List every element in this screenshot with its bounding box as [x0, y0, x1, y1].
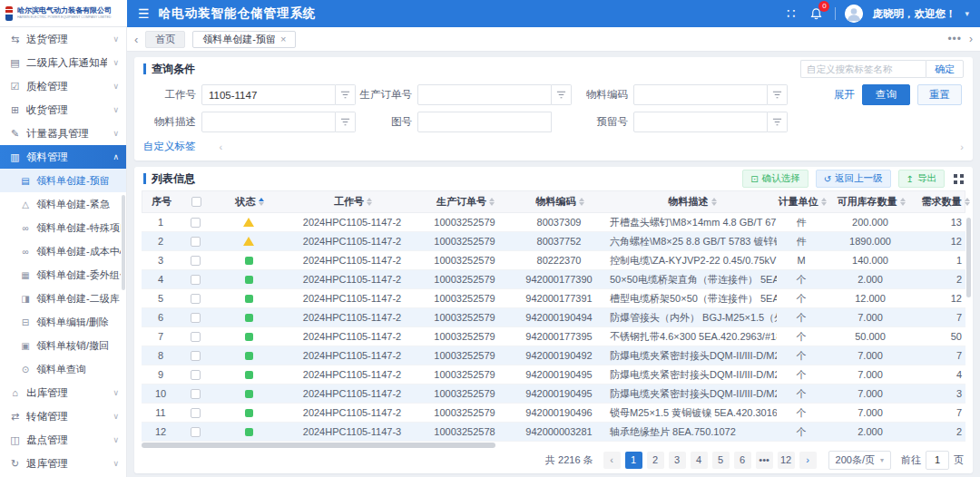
table-row[interactable]: 12 2024HPC1105-1147-3 10003252578 942000…: [142, 423, 965, 442]
page-number[interactable]: 12: [778, 452, 795, 469]
row-checkbox[interactable]: [191, 332, 201, 342]
sidebar-subitem[interactable]: ⊙ 领料单查询: [0, 357, 126, 381]
query-field-input[interactable]: [417, 112, 552, 132]
expand-link[interactable]: 展开: [834, 88, 855, 102]
row-checkbox[interactable]: [191, 256, 201, 266]
field-filter-icon[interactable]: [336, 84, 356, 105]
sort-icon[interactable]: [579, 198, 584, 206]
page-number[interactable]: 6: [734, 452, 751, 469]
sidebar-subitem[interactable]: ▦ 领料单创建-委外组件: [0, 263, 126, 287]
row-checkbox[interactable]: [191, 294, 201, 304]
page-number[interactable]: 5: [712, 452, 730, 469]
table-row[interactable]: 9 2024HPC1105-1147-2 10003252579 9420001…: [142, 365, 965, 385]
page-size-select[interactable]: 200条/页 ▾: [828, 451, 891, 470]
row-checkbox[interactable]: [191, 389, 201, 399]
horizontal-scrollbar[interactable]: [142, 443, 495, 448]
page-number[interactable]: •••: [756, 452, 773, 469]
table-row[interactable]: 6 2024HPC1105-1147-2 10003252579 9420001…: [142, 308, 965, 327]
row-checkbox[interactable]: [191, 408, 201, 418]
fullscreen-icon[interactable]: ∷: [787, 5, 798, 22]
page-number[interactable]: 4: [691, 452, 708, 469]
field-filter-icon[interactable]: [552, 84, 572, 105]
sidebar-subitem[interactable]: ∞ 领料单创建-特殊项目: [0, 216, 126, 239]
page-number[interactable]: 2: [647, 452, 664, 469]
custom-tag-name-input[interactable]: [800, 60, 926, 78]
col-available-stock[interactable]: 可用库存数量: [827, 195, 916, 209]
col-status[interactable]: 状态: [211, 195, 288, 209]
vertical-scrollbar[interactable]: [966, 218, 971, 297]
sort-icon[interactable]: [965, 198, 970, 206]
query-field-input[interactable]: [417, 84, 552, 105]
sidebar-item[interactable]: ✎ 计量器具管理 ∨: [0, 122, 126, 145]
sidebar-subitem[interactable]: △ 领料单创建-紧急: [0, 192, 126, 216]
query-field-input[interactable]: [201, 112, 336, 132]
tab-scroll-right-icon[interactable]: ›: [969, 33, 973, 45]
sort-icon[interactable]: [821, 198, 827, 206]
tab-more-icon[interactable]: •••: [947, 33, 962, 45]
custom-tags-link[interactable]: 自定义标签: [143, 140, 196, 153]
table-row[interactable]: 8 2024HPC1105-1147-2 10003252579 9420001…: [142, 346, 965, 365]
field-filter-icon[interactable]: [768, 112, 788, 132]
col-production-order[interactable]: 生产订单号: [418, 195, 513, 209]
tag-confirm-button[interactable]: 确定: [926, 60, 964, 78]
table-row[interactable]: 3 2024HPC1105-1147-2 10003252579 8022237…: [142, 251, 965, 270]
sidebar-subitem[interactable]: ◨ 领料单创建-二级库: [0, 287, 126, 310]
export-button[interactable]: ↥ 导出: [898, 170, 945, 188]
sidebar-item[interactable]: ⇄ 转储管理 ∨: [0, 404, 126, 428]
sidebar-item-material-management[interactable]: ▥ 领料管理 ∧: [0, 145, 126, 169]
sort-icon[interactable]: [367, 198, 372, 206]
field-filter-icon[interactable]: [768, 84, 788, 105]
tab-scroll-left-icon[interactable]: ‹: [134, 33, 138, 46]
table-row[interactable]: 2 2024HPC1105-1147-2 10003252579 8003775…: [142, 232, 965, 251]
query-field-input[interactable]: [633, 84, 768, 105]
sort-icon[interactable]: [489, 198, 495, 206]
row-checkbox[interactable]: [191, 370, 201, 380]
sort-icon[interactable]: [259, 198, 264, 206]
sidebar-item[interactable]: ▤ 二级库入库通知单 ∨: [0, 51, 126, 74]
col-demand-qty[interactable]: 需求数量: [916, 195, 973, 209]
page-tab[interactable]: 首页: [145, 31, 185, 48]
row-checkbox[interactable]: [191, 351, 201, 361]
sidebar-subitem[interactable]: ▣ 领料单核销/撤回: [0, 334, 126, 357]
tags-scroll-left-icon[interactable]: ‹: [220, 141, 223, 152]
notification-bell-icon[interactable]: 0: [806, 4, 826, 24]
field-filter-icon[interactable]: [336, 112, 356, 132]
row-checkbox[interactable]: [191, 218, 201, 228]
tab-close-icon[interactable]: ×: [280, 34, 286, 44]
sidebar-subitem[interactable]: ∞ 领料单创建-成本中心: [0, 239, 126, 263]
goto-page-input[interactable]: [926, 451, 949, 470]
page-number[interactable]: 3: [669, 452, 686, 469]
sidebar-subitem[interactable]: ▤ 领料单创建-预留: [0, 169, 126, 192]
col-material-desc[interactable]: 物料描述: [607, 195, 778, 209]
table-row[interactable]: 11 2024HPC1105-1147-2 10003252579 942000…: [142, 404, 965, 423]
table-row[interactable]: 4 2024HPC1105-1147-2 10003252579 9420001…: [142, 270, 965, 289]
table-row[interactable]: 10 2024HPC1105-1147-2 10003252579 942000…: [142, 385, 965, 404]
sidebar-item[interactable]: ☑ 质检管理 ∨: [0, 74, 126, 98]
back-up-level-button[interactable]: ↺ 返回上一级: [816, 170, 891, 188]
sidebar-item[interactable]: ⌂ 出库管理 ∨: [0, 381, 126, 404]
sort-icon[interactable]: [711, 198, 717, 206]
search-button[interactable]: 查询: [862, 84, 910, 105]
tags-scroll-right-icon[interactable]: ›: [960, 141, 964, 152]
query-field-input[interactable]: [201, 84, 336, 105]
menu-collapse-icon[interactable]: ☰: [138, 6, 150, 21]
table-row[interactable]: 1 2024HPC1105-1147-2 10003252579 8003730…: [142, 213, 965, 232]
confirm-select-button[interactable]: ⊡ 确认选择: [742, 170, 808, 188]
sidebar-item[interactable]: ↻ 退库管理 ∨: [0, 452, 126, 475]
table-row[interactable]: 5 2024HPC1105-1147-2 10003252579 9420001…: [142, 289, 965, 308]
page-number[interactable]: 1: [625, 452, 642, 469]
sidebar-scrollbar[interactable]: [122, 195, 125, 290]
col-material-code[interactable]: 物料编码: [513, 195, 607, 209]
row-checkbox[interactable]: [191, 427, 201, 437]
sidebar-item[interactable]: ⊞ 收货管理 ∨: [0, 98, 126, 122]
col-work-no[interactable]: 工作号: [288, 195, 418, 209]
reset-button[interactable]: 重置: [917, 84, 962, 105]
sidebar-item[interactable]: ◫ 盘点管理 ∨: [0, 428, 126, 452]
row-checkbox[interactable]: [191, 275, 201, 285]
table-row[interactable]: 7 2024HPC1105-1147-2 10003252579 9420001…: [142, 327, 965, 346]
prev-page-icon[interactable]: ‹: [603, 452, 621, 469]
row-checkbox[interactable]: [191, 237, 201, 247]
sidebar-subitem[interactable]: ⊟ 领料单编辑/删除: [0, 310, 126, 334]
row-checkbox[interactable]: [191, 313, 201, 323]
user-avatar[interactable]: [845, 5, 863, 23]
